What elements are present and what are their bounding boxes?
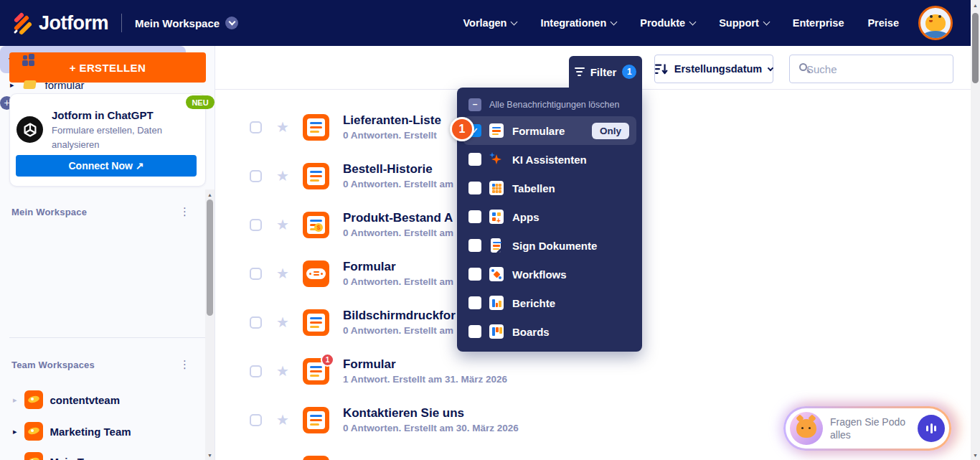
filter-clear-all[interactable]: Alle Benachrichtigungen löschen	[457, 88, 642, 116]
filter-item-apps[interactable]: Apps	[457, 202, 642, 231]
podo-chat-widget[interactable]: Fragen Sie Podo alles	[783, 406, 951, 451]
star-icon[interactable]	[276, 216, 289, 233]
star-icon[interactable]	[276, 265, 289, 282]
indeterminate-checkbox[interactable]	[468, 98, 481, 111]
card-form-icon	[303, 260, 329, 287]
form-title[interactable]: Bildschirmdruckfor	[343, 308, 456, 324]
form-row[interactable]: 1 Formular1 Antwort. Erstellt am 31. Mär…	[247, 349, 649, 393]
team-item-contentvteam[interactable]: contentvteam	[13, 390, 192, 409]
promo-description: Formulare erstellen, Daten analysieren	[52, 123, 188, 152]
user-avatar[interactable]	[918, 6, 953, 40]
form-meta: 0 Antworten. Erstellt am 30. März 2026	[343, 421, 519, 435]
unchecked-checkbox[interactable]	[468, 182, 481, 194]
workspace-menu-icon[interactable]	[179, 205, 190, 218]
page-scrollbar[interactable]	[971, 0, 980, 460]
team-item-mein-team[interactable]: Mein Team	[13, 452, 192, 460]
jotform-logo-icon	[10, 10, 33, 36]
row-checkbox[interactable]	[250, 365, 262, 377]
form-meta: 0 Antworten. Erstellt am	[343, 324, 456, 337]
chat-prompt-text[interactable]: Fragen Sie Podo alles	[830, 416, 918, 441]
chevron-down-icon	[763, 19, 770, 26]
row-checkbox[interactable]	[250, 414, 262, 426]
form-icon	[303, 309, 329, 336]
workspace-chevron-icon[interactable]	[225, 17, 238, 29]
filter-count-badge: 1	[622, 65, 636, 79]
tables-icon	[489, 181, 504, 195]
filter-item-ki-assistenten[interactable]: KI Assistenten	[457, 145, 642, 174]
filter-dropdown: Alle Benachrichtigungen löschen Formular…	[457, 88, 642, 352]
form-icon: 1	[303, 358, 329, 385]
create-button[interactable]: + ERSTELLEN	[9, 52, 206, 83]
apps-icon	[489, 210, 504, 224]
unchecked-checkbox[interactable]	[468, 239, 481, 252]
star-icon[interactable]	[276, 362, 289, 380]
unchecked-checkbox[interactable]	[468, 268, 481, 281]
filter-item-berichte[interactable]: Berichte	[457, 288, 642, 317]
form-row[interactable]: Kontaktieren Sie uns0 Antworten. Erstell…	[247, 398, 649, 442]
scroll-down-icon[interactable]	[971, 450, 980, 460]
star-icon[interactable]	[276, 411, 289, 428]
caret-right-icon[interactable]	[13, 427, 17, 436]
payment-form-icon	[303, 212, 329, 238]
star-icon[interactable]	[276, 118, 289, 136]
sign-document-icon	[489, 238, 504, 253]
filter-item-tabellen[interactable]: Tabellen	[457, 174, 642, 202]
form-title[interactable]: Bestell-Historie	[343, 161, 453, 177]
row-checkbox[interactable]	[250, 219, 262, 231]
form-meta: 0 Antworten. Erstellt	[343, 128, 441, 142]
scrollbar-thumb[interactable]	[207, 200, 213, 316]
workspace-switcher[interactable]: Mein Workspace	[135, 17, 220, 29]
sort-button[interactable]: Erstellungsdatum	[654, 55, 773, 83]
unchecked-checkbox[interactable]	[468, 210, 481, 223]
connect-now-button[interactable]: Connect Now ↗	[16, 155, 197, 177]
row-checkbox[interactable]	[250, 316, 262, 329]
sidebar-scrollbar[interactable]	[205, 189, 215, 460]
jotform-logo[interactable]: Jotform	[10, 10, 108, 36]
form-title[interactable]: Lieferanten-Liste	[343, 113, 441, 128]
scrollbar-thumb[interactable]	[972, 13, 979, 83]
filter-button[interactable]: Filter 1	[569, 56, 642, 88]
row-checkbox[interactable]	[250, 268, 262, 280]
filter-item-workflows[interactable]: Workflows	[457, 260, 642, 288]
unchecked-checkbox[interactable]	[468, 325, 481, 338]
sidebar-divider	[9, 337, 206, 338]
unchecked-checkbox[interactable]	[468, 153, 481, 166]
voice-button[interactable]	[918, 415, 945, 442]
nav-enterprise[interactable]: Enterprise	[793, 17, 844, 29]
filter-item-sign-dokumente[interactable]: Sign Dokumente	[457, 231, 642, 260]
form-icon	[303, 407, 329, 433]
unchecked-checkbox[interactable]	[468, 296, 481, 309]
search-box	[789, 55, 953, 83]
form-title[interactable]: Formular	[343, 357, 507, 372]
team-item-marketing-team[interactable]: Marketing Team	[13, 422, 192, 441]
scroll-up-icon[interactable]	[205, 189, 215, 200]
row-checkbox[interactable]	[250, 121, 262, 133]
form-title[interactable]: Formular	[343, 259, 453, 275]
form-title[interactable]: Produkt-Bestand A	[343, 210, 453, 226]
chevron-down-icon	[611, 19, 618, 26]
filter-item-boards[interactable]: Boards	[457, 317, 642, 346]
scroll-up-icon[interactable]	[971, 0, 980, 10]
nav-preise[interactable]: Preise	[867, 17, 899, 29]
scroll-down-icon[interactable]	[205, 450, 215, 460]
nav-produkte[interactable]: Produkte	[640, 17, 695, 29]
form-icon	[303, 163, 329, 189]
team-menu-icon[interactable]	[179, 358, 190, 371]
nav-integrationen[interactable]: Integrationen	[540, 17, 616, 29]
form-row[interactable]: Umfrageformular	[247, 446, 649, 460]
caret-right-icon[interactable]	[13, 457, 17, 460]
filter-item-formulare[interactable]: Formulare Only	[463, 116, 636, 145]
nav-vorlagen[interactable]: Vorlagen	[463, 17, 517, 29]
ai-sparkle-icon	[489, 152, 504, 166]
form-meta: 0 Antworten. Erstellt am	[343, 226, 453, 240]
only-button[interactable]: Only	[592, 123, 629, 139]
row-checkbox[interactable]	[250, 170, 262, 182]
form-title[interactable]: Kontaktieren Sie uns	[343, 405, 519, 421]
navbar-divider	[121, 14, 122, 32]
nav-support[interactable]: Support	[719, 17, 769, 29]
brand-name: Jotform	[39, 12, 108, 34]
caret-right-icon[interactable]	[13, 395, 17, 405]
search-input[interactable]	[806, 63, 949, 75]
star-icon[interactable]	[276, 314, 289, 331]
star-icon[interactable]	[276, 167, 289, 184]
